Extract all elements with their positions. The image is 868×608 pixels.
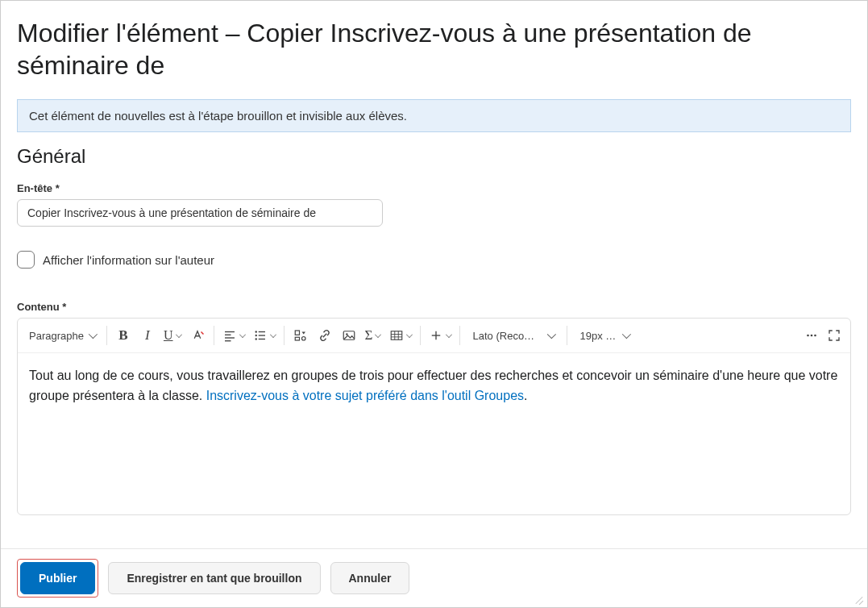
svg-point-15 [346,333,347,335]
publish-highlight-box: Publier [17,559,98,598]
content-label: Contenu * [17,301,851,313]
chevron-down-icon [270,331,276,338]
separator [567,326,567,345]
table-icon [389,328,404,343]
ellipsis-icon [804,328,819,343]
svg-point-5 [255,331,256,332]
table-button[interactable] [386,323,415,348]
image-icon [342,328,356,343]
content-text-tail: . [524,389,527,402]
svg-rect-12 [295,337,299,340]
chevron-down-icon [89,330,98,339]
italic-button[interactable]: I [136,323,159,348]
font-size-dropdown[interactable]: 19px … [572,323,638,348]
paragraph-style-label: Paragraphe [29,330,84,342]
svg-point-13 [301,337,305,341]
svg-point-23 [807,335,809,337]
author-info-label: Afficher l'information sur l'auteur [43,253,214,267]
bold-button[interactable]: B [112,323,135,348]
separator [420,326,421,345]
svg-line-0 [201,332,203,335]
section-general-title: Général [17,145,851,168]
align-left-icon [222,328,237,343]
draft-info-banner: Cet élément de nouvelles est à l'étape b… [17,99,851,132]
svg-point-24 [811,335,813,337]
list-button[interactable] [250,323,279,348]
content-link[interactable]: Inscrivez-vous à votre sujet préféré dan… [206,389,524,402]
list-icon [253,328,268,343]
cancel-button[interactable]: Annuler [330,562,410,594]
fullscreen-icon [827,328,841,343]
chevron-down-icon [446,331,452,338]
insert-stuff-icon [293,328,308,343]
chevron-down-icon [622,330,631,339]
font-size-label: 19px … [580,330,617,342]
editor-body[interactable]: Tout au long de ce cours, vous travaille… [18,353,850,514]
separator [459,326,460,345]
insert-more-button[interactable] [426,323,455,348]
publish-button[interactable]: Publier [20,562,95,594]
chevron-down-icon [546,330,555,339]
header-input[interactable] [17,199,383,227]
text-color-button[interactable] [186,323,209,348]
svg-point-25 [814,335,816,337]
chevron-down-icon [176,331,182,338]
editor-toolbar: Paragraphe B I U [18,319,850,353]
font-family-dropdown[interactable]: Lato (Recom… [465,323,562,348]
svg-rect-11 [295,331,299,335]
insert-link-button[interactable] [314,323,336,348]
underline-icon: U [164,328,173,343]
equation-button[interactable]: Σ [362,323,384,348]
chevron-down-icon [406,331,413,338]
chevron-down-icon [375,331,381,338]
plus-icon [429,328,443,343]
more-actions-button[interactable] [800,323,823,348]
save-draft-button[interactable]: Enregistrer en tant que brouillon [108,562,320,594]
rich-text-editor: Paragraphe B I U [17,318,851,515]
bold-icon: B [118,327,127,344]
page-title: Modifier l'élément – Copier Inscrivez-vo… [17,17,851,81]
align-button[interactable] [219,323,248,348]
author-info-checkbox[interactable] [17,251,35,269]
sigma-icon: Σ [365,327,373,344]
separator [106,326,107,345]
insert-stuff-button[interactable] [289,323,312,348]
underline-button[interactable]: U [160,323,185,348]
resize-handle-icon[interactable] [853,593,866,606]
text-color-icon [190,328,205,343]
paragraph-style-dropdown[interactable]: Paragraphe [23,323,102,348]
link-icon [318,328,332,343]
separator [284,326,284,345]
insert-image-button[interactable] [338,323,360,348]
font-family-label: Lato (Recom… [473,330,541,342]
footer-action-bar: Publier Enregistrer en tant que brouillo… [1,548,867,607]
page-frame: Modifier l'élément – Copier Inscrivez-vo… [0,0,868,608]
svg-point-6 [255,335,256,336]
header-label: En-tête * [17,182,851,194]
svg-rect-16 [391,331,402,340]
chevron-down-icon [239,331,246,338]
svg-point-7 [255,338,256,339]
italic-icon: I [145,327,150,344]
separator [214,326,214,345]
fullscreen-button[interactable] [823,323,845,348]
